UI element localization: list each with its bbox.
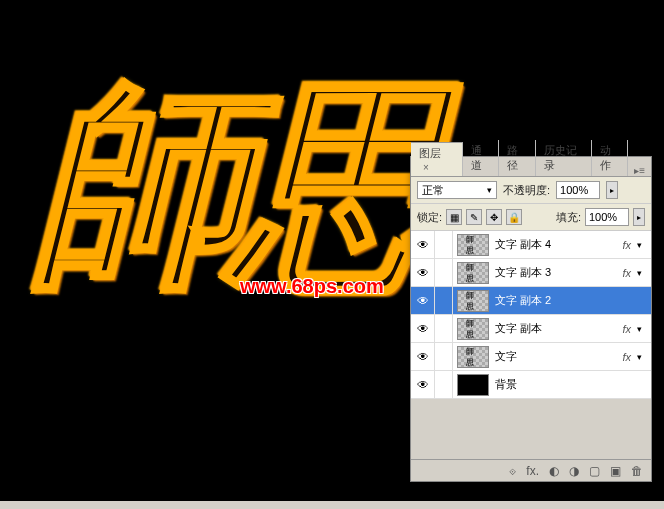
blend-row: 正常 不透明度: 100% ▸ bbox=[411, 177, 651, 204]
layer-row[interactable]: 👁 師思 文字 副本 3 fx ▾ bbox=[411, 259, 651, 287]
lock-label: 锁定: bbox=[417, 210, 442, 225]
tab-layers-label: 图层 bbox=[419, 147, 441, 159]
layer-group-icon[interactable]: ▢ bbox=[589, 464, 600, 478]
watermark: www.68ps.com bbox=[240, 275, 384, 298]
fx-label[interactable]: fx bbox=[616, 323, 637, 335]
lock-row: 锁定: ▦ ✎ ✥ 🔒 填充: 100% ▸ bbox=[411, 204, 651, 231]
fill-label: 填充: bbox=[556, 210, 581, 225]
adjustment-layer-icon[interactable]: ◑ bbox=[569, 464, 579, 478]
panel-bottom-bar: ⟐ fx. ◐ ◑ ▢ ▣ 🗑 bbox=[411, 459, 651, 481]
link-col[interactable] bbox=[435, 315, 453, 342]
lock-pixels-icon[interactable]: ✎ bbox=[466, 209, 482, 225]
layer-thumbnail[interactable]: 師思 bbox=[457, 234, 489, 256]
layer-name[interactable]: 背景 bbox=[493, 377, 651, 392]
blend-mode-select[interactable]: 正常 bbox=[417, 181, 497, 199]
panel-menu-icon[interactable]: ▸≡ bbox=[628, 165, 651, 176]
eye-icon: 👁 bbox=[416, 240, 430, 250]
tab-history[interactable]: 历史记录 bbox=[536, 140, 592, 176]
blend-mode-value: 正常 bbox=[422, 183, 444, 198]
tab-paths[interactable]: 路径 bbox=[499, 140, 536, 176]
layers-panel: 图层 × 通道 路径 历史记录 动作 ▸≡ 正常 不透明度: 100% ▸ 锁定… bbox=[410, 156, 652, 482]
lock-transparency-icon[interactable]: ▦ bbox=[446, 209, 462, 225]
link-col[interactable] bbox=[435, 371, 453, 398]
visibility-toggle[interactable]: 👁 bbox=[411, 343, 435, 370]
eye-icon: 👁 bbox=[416, 324, 430, 334]
link-col[interactable] bbox=[435, 231, 453, 258]
layer-mask-icon[interactable]: ◐ bbox=[549, 464, 559, 478]
layer-name[interactable]: 文字 bbox=[493, 349, 616, 364]
layer-thumbnail[interactable] bbox=[457, 374, 489, 396]
eye-icon: 👁 bbox=[416, 268, 430, 278]
fx-toggle-icon[interactable]: ▾ bbox=[637, 240, 651, 250]
tab-close-icon[interactable]: × bbox=[419, 162, 433, 173]
opacity-arrow-icon[interactable]: ▸ bbox=[606, 181, 618, 199]
tab-layers[interactable]: 图层 × bbox=[411, 142, 463, 176]
fx-label[interactable]: fx bbox=[616, 351, 637, 363]
fx-toggle-icon[interactable]: ▾ bbox=[637, 324, 651, 334]
layer-row[interactable]: 👁 師思 文字 副本 2 bbox=[411, 287, 651, 315]
new-layer-icon[interactable]: ▣ bbox=[610, 464, 621, 478]
fx-toggle-icon[interactable]: ▾ bbox=[637, 268, 651, 278]
eye-icon: 👁 bbox=[416, 380, 430, 390]
tab-channels[interactable]: 通道 bbox=[463, 140, 500, 176]
delete-layer-icon[interactable]: 🗑 bbox=[631, 464, 643, 478]
frame-border bbox=[0, 501, 664, 509]
layer-thumbnail[interactable]: 師思 bbox=[457, 290, 489, 312]
layer-row[interactable]: 👁 師思 文字 副本 4 fx ▾ bbox=[411, 231, 651, 259]
fill-input[interactable]: 100% bbox=[585, 208, 629, 226]
panel-tabs: 图层 × 通道 路径 历史记录 动作 ▸≡ bbox=[411, 157, 651, 177]
layer-row[interactable]: 👁 背景 bbox=[411, 371, 651, 399]
visibility-toggle[interactable]: 👁 bbox=[411, 315, 435, 342]
fx-label[interactable]: fx bbox=[616, 239, 637, 251]
layer-style-icon[interactable]: fx. bbox=[526, 464, 539, 478]
eye-icon: 👁 bbox=[416, 352, 430, 362]
opacity-label: 不透明度: bbox=[503, 183, 550, 198]
layer-thumbnail[interactable]: 師思 bbox=[457, 262, 489, 284]
fill-arrow-icon[interactable]: ▸ bbox=[633, 208, 645, 226]
layer-thumbnail[interactable]: 師思 bbox=[457, 318, 489, 340]
tab-actions[interactable]: 动作 bbox=[592, 140, 629, 176]
visibility-toggle[interactable]: 👁 bbox=[411, 259, 435, 286]
visibility-toggle[interactable]: 👁 bbox=[411, 231, 435, 258]
layer-name[interactable]: 文字 副本 2 bbox=[493, 293, 651, 308]
layer-thumbnail[interactable]: 師思 bbox=[457, 346, 489, 368]
lock-position-icon[interactable]: ✥ bbox=[486, 209, 502, 225]
eye-icon: 👁 bbox=[416, 296, 430, 306]
layers-list: 👁 師思 文字 副本 4 fx ▾ 👁 師思 文字 副本 3 fx ▾ 👁 師思… bbox=[411, 231, 651, 399]
lock-all-icon[interactable]: 🔒 bbox=[506, 209, 522, 225]
layer-row[interactable]: 👁 師思 文字 fx ▾ bbox=[411, 343, 651, 371]
fx-label[interactable]: fx bbox=[616, 267, 637, 279]
layer-row[interactable]: 👁 師思 文字 副本 fx ▾ bbox=[411, 315, 651, 343]
link-col[interactable] bbox=[435, 287, 453, 314]
layer-name[interactable]: 文字 副本 bbox=[493, 321, 616, 336]
visibility-toggle[interactable]: 👁 bbox=[411, 371, 435, 398]
fx-toggle-icon[interactable]: ▾ bbox=[637, 352, 651, 362]
opacity-input[interactable]: 100% bbox=[556, 181, 600, 199]
link-col[interactable] bbox=[435, 343, 453, 370]
layer-name[interactable]: 文字 副本 3 bbox=[493, 265, 616, 280]
link-layers-icon[interactable]: ⟐ bbox=[509, 464, 516, 478]
visibility-toggle[interactable]: 👁 bbox=[411, 287, 435, 314]
layer-name[interactable]: 文字 副本 4 bbox=[493, 237, 616, 252]
link-col[interactable] bbox=[435, 259, 453, 286]
